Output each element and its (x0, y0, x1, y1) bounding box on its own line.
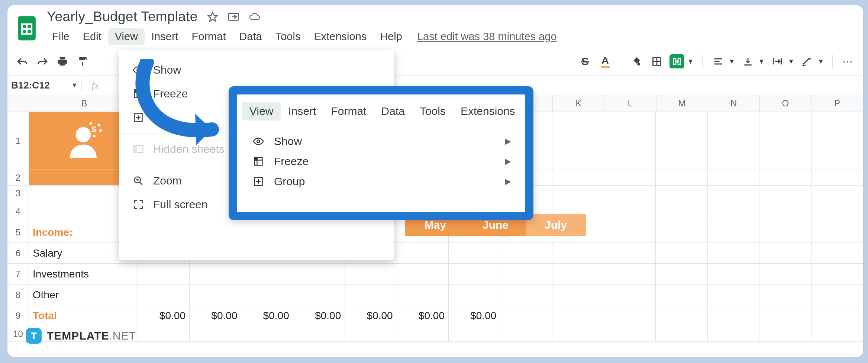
v-align-icon[interactable] (740, 54, 755, 69)
h-align-dropdown-icon[interactable]: ▼ (729, 58, 735, 65)
menu-file[interactable]: File (45, 28, 76, 45)
eye-icon (132, 63, 145, 77)
chevron-down-icon[interactable]: ▼ (71, 81, 78, 89)
fullscreen-icon (132, 198, 145, 211)
col-header[interactable]: M (656, 95, 708, 112)
watermark: T TEMPLATE.NET (26, 328, 136, 344)
menu-insert[interactable]: Insert (145, 28, 185, 45)
grid-row: 8 Other (7, 285, 863, 305)
col-header[interactable]: N (708, 95, 760, 112)
sheets-logo (17, 15, 36, 42)
star-icon[interactable] (207, 11, 219, 23)
callout-menu-insert[interactable]: Insert (281, 102, 323, 121)
menu-help[interactable]: Help (373, 28, 409, 45)
grid-cell[interactable]: $0.00 (138, 305, 190, 326)
callout-menu-data[interactable]: Data (374, 102, 412, 121)
svg-rect-23 (135, 90, 137, 93)
undo-icon[interactable] (15, 54, 30, 69)
grid-cell[interactable] (708, 112, 759, 170)
grid-cell[interactable] (759, 112, 811, 170)
freeze-icon (251, 156, 266, 167)
chevron-right-icon: ▶ (505, 136, 511, 146)
menu-data[interactable]: Data (232, 28, 268, 45)
row-header[interactable]: 7 (7, 264, 29, 284)
grid-cell[interactable] (604, 112, 656, 170)
row-header[interactable]: 3 (7, 186, 29, 201)
callout-label: Freeze (274, 155, 309, 168)
borders-icon[interactable] (649, 54, 664, 69)
svg-line-30 (140, 182, 142, 185)
callout-show[interactable]: Show ▶ (240, 131, 522, 151)
last-edit-link[interactable]: Last edit was 38 minutes ago (417, 30, 557, 43)
v-align-dropdown-icon[interactable]: ▼ (758, 58, 765, 65)
rotate-dropdown-icon[interactable]: ▼ (817, 58, 824, 65)
print-icon[interactable] (55, 54, 70, 69)
col-header[interactable]: L (604, 95, 656, 112)
callout-freeze[interactable]: Freeze ▶ (240, 151, 522, 171)
merge-cells-icon[interactable] (669, 54, 684, 69)
chevron-right-icon: ▶ (505, 157, 511, 166)
grid-row: 7 Investments (7, 264, 863, 285)
grid-cell[interactable]: Investments (29, 264, 138, 284)
merge-dropdown-icon[interactable]: ▼ (687, 58, 694, 65)
grid-cell[interactable]: $0.00 (345, 305, 397, 326)
strikethrough-icon[interactable]: S (578, 54, 593, 69)
row-header[interactable]: 6 (7, 243, 29, 263)
group-icon (251, 176, 266, 187)
cloud-icon[interactable] (248, 11, 260, 23)
grid-cell[interactable] (656, 112, 707, 170)
more-icon[interactable]: ⋯ (841, 54, 856, 69)
paint-format-icon[interactable] (75, 54, 90, 69)
separator (702, 55, 703, 68)
grid-cell[interactable]: $0.00 (293, 305, 345, 326)
col-header[interactable]: P (811, 95, 863, 112)
callout-menu-view[interactable]: View (242, 102, 281, 121)
document-title[interactable]: Yearly_Budget Template (47, 9, 198, 25)
total-label-cell[interactable]: Total (29, 305, 138, 326)
callout-menu-format[interactable]: Format (324, 102, 374, 121)
menu-tools[interactable]: Tools (269, 28, 307, 45)
callout-menu-tools[interactable]: Tools (412, 102, 453, 121)
grid-cell[interactable] (552, 112, 604, 170)
separator (621, 55, 621, 68)
h-align-icon[interactable] (711, 54, 726, 69)
grid-cell[interactable]: $0.00 (449, 305, 500, 326)
titlebar: Yearly_Budget Template File Edit View In… (7, 5, 863, 47)
row-header[interactable]: 2 (7, 170, 29, 185)
menu-format[interactable]: Format (185, 28, 233, 45)
grid-cell[interactable]: Other (29, 285, 138, 305)
row-header[interactable]: 5 (7, 222, 29, 242)
wrap-icon[interactable] (770, 54, 785, 69)
text-color-icon[interactable]: A (598, 54, 613, 69)
menu-extensions[interactable]: Extensions (307, 28, 373, 45)
wrap-dropdown-icon[interactable]: ▼ (788, 58, 794, 65)
row-header[interactable]: 9 (7, 305, 29, 326)
row-header[interactable]: 1 (7, 112, 29, 170)
move-icon[interactable] (228, 11, 239, 23)
freeze-icon (132, 87, 145, 100)
month-cell[interactable]: July (526, 214, 586, 236)
rotate-icon[interactable] (800, 54, 814, 69)
col-header[interactable]: O (760, 95, 811, 112)
row-header[interactable]: 8 (7, 285, 29, 305)
menu-edit[interactable]: Edit (76, 28, 108, 45)
name-box[interactable]: B12:C12 ▼ (7, 80, 82, 91)
fill-color-icon[interactable] (629, 54, 644, 69)
dd-label: Freeze (153, 87, 188, 100)
dd-show[interactable]: Show (119, 58, 394, 82)
callout-group[interactable]: Group ▶ (240, 171, 522, 192)
grid-cell[interactable]: $0.00 (397, 305, 449, 326)
callout-menu-extensions[interactable]: Extensions (453, 102, 523, 121)
grid-row: 9 Total $0.00 $0.00 $0.00 $0.00 $0.00 $0… (7, 305, 863, 326)
redo-icon[interactable] (35, 54, 50, 69)
grid-cell[interactable]: $0.00 (190, 305, 241, 326)
row-header[interactable]: 4 (7, 201, 29, 222)
grid-cell[interactable] (811, 112, 863, 170)
svg-rect-28 (133, 146, 137, 152)
watermark-badge: T (26, 328, 42, 344)
menu-view[interactable]: View (108, 28, 145, 45)
col-header[interactable]: K (553, 95, 604, 112)
callout-dropdown: Show ▶ Freeze ▶ Group ▶ (237, 126, 525, 197)
grid-cell[interactable]: $0.00 (241, 305, 293, 326)
separator (832, 55, 833, 68)
